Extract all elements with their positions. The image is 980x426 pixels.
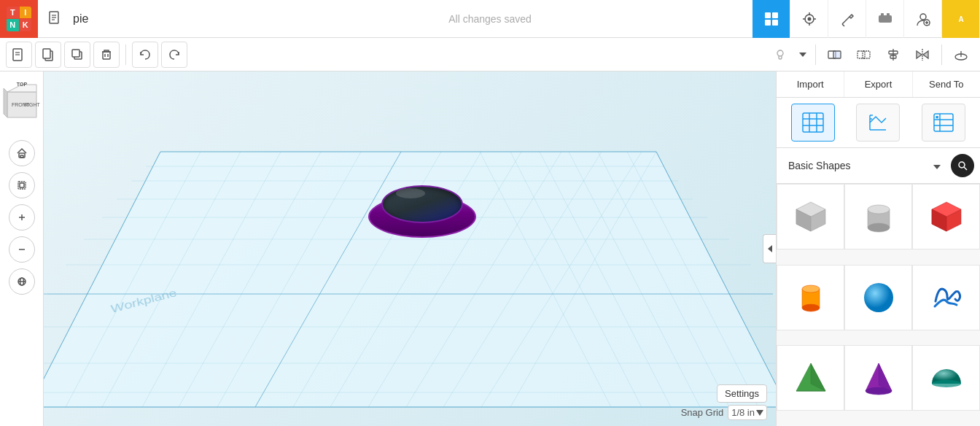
viewport[interactable]: Workplane Settings Snap Grid 1/8 in xyxy=(44,71,776,426)
nav-cube[interactable]: TOP FRONT RIGHT xyxy=(0,77,44,128)
shape-box-gray[interactable] xyxy=(777,184,844,249)
shape-scribble-blue[interactable] xyxy=(912,265,980,330)
new-button[interactable] xyxy=(6,42,32,68)
grid-canvas xyxy=(44,71,776,426)
mirror-button[interactable] xyxy=(909,42,936,68)
duplicate-button[interactable] xyxy=(64,42,90,68)
fit-button[interactable] xyxy=(9,172,35,198)
right-panel-actions: Import Export Send To xyxy=(777,71,980,98)
workplane-button[interactable] xyxy=(948,42,974,68)
svg-line-15 xyxy=(842,24,844,26)
svg-point-19 xyxy=(920,14,926,20)
ungroup-button[interactable] xyxy=(851,42,877,68)
svg-point-134 xyxy=(802,285,820,293)
svg-rect-29 xyxy=(43,49,50,58)
svg-line-14 xyxy=(842,17,849,24)
svg-rect-4 xyxy=(765,12,771,18)
send-to-button[interactable]: Send To xyxy=(913,71,980,97)
tinker-icon-btn[interactable] xyxy=(790,0,828,38)
light-dropdown[interactable] xyxy=(796,42,809,68)
svg-rect-38 xyxy=(833,51,841,58)
svg-rect-31 xyxy=(72,50,79,57)
align-button[interactable] xyxy=(880,42,906,68)
svg-text:TOP: TOP xyxy=(16,82,27,87)
user-icon-btn[interactable] xyxy=(904,0,942,38)
tinkercad-logo[interactable]: T I N K xyxy=(0,0,38,38)
import-button[interactable]: Import xyxy=(777,71,844,97)
svg-marker-106 xyxy=(756,410,763,416)
svg-marker-36 xyxy=(799,53,806,57)
right-panel: Import Export Send To xyxy=(776,71,980,426)
project-name[interactable]: pie xyxy=(73,12,88,26)
shapes-grid xyxy=(777,184,980,426)
main-area: TOP FRONT RIGHT xyxy=(0,71,980,426)
svg-point-135 xyxy=(802,304,820,311)
group-button[interactable] xyxy=(822,42,848,68)
svg-rect-7 xyxy=(772,20,778,26)
undo-button[interactable] xyxy=(132,42,158,68)
left-nav-panel: TOP FRONT RIGHT xyxy=(0,71,44,426)
light-icon-btn[interactable] xyxy=(767,42,793,68)
svg-rect-17 xyxy=(881,13,884,16)
shape-sphere-blue[interactable] xyxy=(844,265,912,330)
shape-pyramid-green[interactable] xyxy=(777,345,844,411)
svg-rect-56 xyxy=(20,155,23,158)
search-button[interactable] xyxy=(951,154,974,177)
svg-line-123 xyxy=(964,167,967,170)
save-status: All changes saved xyxy=(448,13,532,25)
svg-text:RIGHT: RIGHT xyxy=(24,102,41,107)
snap-grid-control: Snap Grid 1/8 in xyxy=(681,405,767,420)
logo-t: T xyxy=(7,7,19,19)
avatar-btn[interactable]: A xyxy=(942,0,980,38)
shape-cylinder-gray[interactable] xyxy=(844,184,912,249)
shape-cylinder-orange[interactable] xyxy=(777,265,844,330)
logo-n: N xyxy=(7,19,19,31)
perspective-button[interactable] xyxy=(9,268,35,295)
shapes-header: Basic Shapes Basic Shapes xyxy=(777,148,980,184)
shape-box-red[interactable] xyxy=(912,184,980,249)
zoom-in-button[interactable] xyxy=(9,204,35,231)
svg-text:≡: ≡ xyxy=(936,115,938,119)
gallery-icon-btn[interactable] xyxy=(752,0,790,38)
3d-object[interactable] xyxy=(368,182,478,241)
svg-marker-51 xyxy=(4,88,7,117)
document-icon xyxy=(41,0,70,38)
export-button[interactable]: Export xyxy=(844,71,912,97)
svg-rect-16 xyxy=(879,15,892,23)
svg-rect-58 xyxy=(20,183,24,187)
svg-rect-18 xyxy=(887,13,890,16)
snap-grid-label: Snap Grid xyxy=(681,407,724,418)
svg-point-136 xyxy=(864,283,893,312)
list-view-btn[interactable]: ≡ xyxy=(922,104,965,142)
logo-i: I xyxy=(20,7,32,19)
snap-value-select[interactable]: 1/8 in xyxy=(728,405,767,420)
logo-k: K xyxy=(20,19,32,31)
svg-text:A: A xyxy=(958,15,963,23)
shape-half-sphere-teal[interactable] xyxy=(912,345,980,411)
build-icon-btn[interactable] xyxy=(828,0,866,38)
svg-point-129 xyxy=(868,223,890,232)
svg-point-9 xyxy=(807,17,811,20)
shape-cone-purple[interactable] xyxy=(844,345,912,411)
svg-marker-105 xyxy=(768,245,772,252)
view-icons-row: ≡ xyxy=(777,98,980,148)
brick-icon-btn[interactable] xyxy=(866,0,904,38)
svg-point-122 xyxy=(959,162,965,168)
svg-marker-46 xyxy=(923,51,928,58)
separator-3 xyxy=(941,44,942,65)
zoom-out-button[interactable] xyxy=(9,236,35,263)
svg-rect-39 xyxy=(858,51,865,58)
svg-rect-6 xyxy=(765,20,771,26)
topbar: T I N K pie All changes saved xyxy=(0,0,980,38)
home-button[interactable] xyxy=(9,140,35,166)
paste-button[interactable] xyxy=(35,42,61,68)
measure-view-btn[interactable] xyxy=(856,104,900,142)
panel-collapse-button[interactable] xyxy=(763,234,776,263)
settings-button[interactable]: Settings xyxy=(717,384,767,403)
svg-rect-5 xyxy=(772,12,778,18)
svg-point-35 xyxy=(777,50,783,56)
delete-button[interactable] xyxy=(93,42,120,68)
grid-view-btn[interactable] xyxy=(791,104,835,142)
redo-button[interactable] xyxy=(161,42,187,68)
separator-1 xyxy=(125,44,126,65)
